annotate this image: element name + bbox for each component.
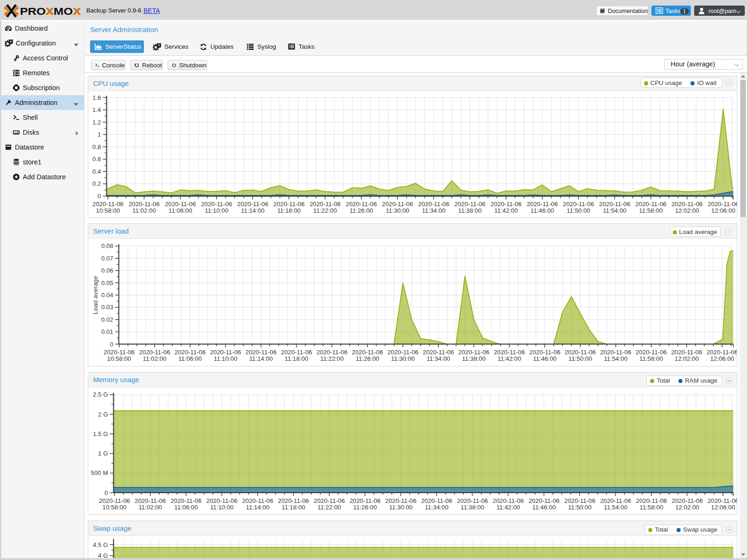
svg-text:1: 1 — [98, 131, 101, 138]
svg-text:2020-11-06: 2020-11-06 — [456, 497, 488, 504]
svg-text:0.8: 0.8 — [92, 143, 101, 150]
svg-text:12:02:00: 12:02:00 — [675, 355, 699, 362]
svg-text:2020-11-06: 2020-11-06 — [527, 200, 558, 207]
svg-text:2020-11-06: 2020-11-06 — [494, 348, 525, 355]
svg-text:2020-11-06: 2020-11-06 — [490, 200, 521, 207]
svg-text:11:34:00: 11:34:00 — [426, 355, 450, 362]
svg-text:2020-11-06: 2020-11-06 — [708, 200, 737, 207]
svg-text:2020-11-06: 2020-11-06 — [351, 348, 383, 355]
svg-text:500 M: 500 M — [91, 469, 108, 476]
svg-text:11:38:00: 11:38:00 — [462, 355, 486, 362]
svg-text:4 G: 4 G — [98, 552, 108, 558]
svg-text:2020-11-06: 2020-11-06 — [599, 200, 630, 207]
svg-text:11:34:00: 11:34:00 — [425, 503, 449, 510]
svg-text:2020-11-06: 2020-11-06 — [529, 348, 560, 355]
svg-text:2020-11-06: 2020-11-06 — [564, 497, 595, 504]
svg-text:2020-11-06: 2020-11-06 — [671, 200, 702, 207]
svg-text:2020-11-06: 2020-11-06 — [458, 348, 489, 355]
svg-text:11:50:00: 11:50:00 — [568, 503, 592, 510]
svg-text:0.03: 0.03 — [101, 304, 113, 311]
svg-text:X: X — [46, 6, 54, 17]
svg-text:2020-11-06: 2020-11-06 — [671, 497, 702, 504]
svg-text:2020-11-06: 2020-11-06 — [206, 497, 237, 504]
svg-text:2020-11-06: 2020-11-06 — [103, 348, 134, 355]
svg-text:2020-11-06: 2020-11-06 — [528, 497, 559, 504]
svg-text:11:30:00: 11:30:00 — [391, 355, 415, 362]
svg-text:11:42:00: 11:42:00 — [497, 355, 521, 362]
svg-text:2020-11-06: 2020-11-06 — [309, 200, 340, 207]
svg-text:1.2: 1.2 — [92, 118, 101, 125]
svg-text:2020-11-06: 2020-11-06 — [387, 348, 418, 355]
svg-text:11:58:00: 11:58:00 — [639, 503, 663, 510]
svg-text:2020-11-06: 2020-11-06 — [280, 348, 312, 355]
svg-text:11:02:00: 11:02:00 — [132, 207, 156, 214]
svg-text:2020-11-06: 2020-11-06 — [600, 497, 631, 504]
svg-text:11:50:00: 11:50:00 — [568, 355, 592, 362]
svg-text:1.6: 1.6 — [92, 94, 101, 101]
svg-text:2020-11-06: 2020-11-06 — [349, 497, 380, 504]
svg-text:11:06:00: 11:06:00 — [169, 207, 192, 214]
svg-text:12:06:00: 12:06:00 — [711, 207, 735, 214]
svg-text:2020-11-06: 2020-11-06 — [245, 348, 276, 355]
svg-text:10:58:00: 10:58:00 — [102, 503, 126, 510]
svg-text:0.2: 0.2 — [92, 180, 101, 187]
svg-text:11:46:00: 11:46:00 — [530, 207, 554, 214]
svg-text:0: 0 — [98, 192, 101, 199]
svg-text:2020-11-06: 2020-11-06 — [382, 200, 413, 207]
svg-text:12:02:00: 12:02:00 — [675, 503, 699, 510]
svg-text:11:22:00: 11:22:00 — [317, 503, 341, 510]
svg-text:2 G: 2 G — [98, 410, 108, 417]
svg-text:2020-11-06: 2020-11-06 — [493, 497, 524, 504]
svg-text:2020-11-06: 2020-11-06 — [671, 348, 702, 355]
svg-text:11:10:00: 11:10:00 — [214, 355, 237, 362]
svg-text:2020-11-06: 2020-11-06 — [201, 200, 232, 207]
svg-text:11:06:00: 11:06:00 — [174, 503, 198, 510]
svg-text:1.5 G: 1.5 G — [92, 430, 108, 437]
svg-text:11:18:00: 11:18:00 — [277, 207, 300, 214]
svg-text:11:58:00: 11:58:00 — [639, 355, 663, 362]
svg-text:11:22:00: 11:22:00 — [313, 207, 337, 214]
svg-text:2020-11-06: 2020-11-06 — [345, 200, 377, 207]
svg-text:2020-11-06: 2020-11-06 — [174, 348, 205, 355]
svg-text:2020-11-06: 2020-11-06 — [98, 497, 130, 504]
svg-text:2020-11-06: 2020-11-06 — [454, 200, 485, 207]
svg-text:2020-11-06: 2020-11-06 — [313, 497, 345, 504]
svg-text:11:50:00: 11:50:00 — [566, 207, 590, 214]
svg-text:10:58:00: 10:58:00 — [96, 207, 120, 214]
svg-text:0.08: 0.08 — [101, 242, 113, 249]
svg-text:0.05: 0.05 — [101, 279, 113, 286]
svg-text:2.5 G: 2.5 G — [92, 391, 108, 398]
svg-text:11:34:00: 11:34:00 — [422, 207, 445, 214]
svg-text:11:18:00: 11:18:00 — [281, 503, 305, 510]
svg-text:Load average: Load average — [92, 276, 99, 314]
svg-text:12:06:00: 12:06:00 — [711, 503, 735, 510]
svg-text:2020-11-06: 2020-11-06 — [210, 348, 241, 355]
svg-text:11:46:00: 11:46:00 — [533, 355, 556, 362]
svg-text:2020-11-06: 2020-11-06 — [423, 348, 454, 355]
svg-text:2020-11-06: 2020-11-06 — [565, 348, 596, 355]
svg-text:11:54:00: 11:54:00 — [604, 503, 627, 510]
svg-text:0.4: 0.4 — [92, 168, 101, 175]
svg-text:2020-11-06: 2020-11-06 — [278, 497, 309, 504]
svg-text:2020-11-06: 2020-11-06 — [563, 200, 594, 207]
svg-text:11:26:00: 11:26:00 — [349, 207, 373, 214]
svg-text:2020-11-06: 2020-11-06 — [164, 200, 195, 207]
svg-text:11:10:00: 11:10:00 — [210, 503, 234, 510]
svg-text:2020-11-06: 2020-11-06 — [706, 348, 736, 355]
svg-text:0: 0 — [104, 489, 108, 496]
svg-text:11:10:00: 11:10:00 — [205, 207, 228, 214]
svg-text:11:02:00: 11:02:00 — [138, 503, 162, 510]
svg-text:11:26:00: 11:26:00 — [355, 355, 379, 362]
svg-text:2020-11-06: 2020-11-06 — [139, 348, 170, 355]
svg-text:11:30:00: 11:30:00 — [389, 503, 412, 510]
svg-text:2020-11-06: 2020-11-06 — [170, 497, 202, 504]
svg-text:11:18:00: 11:18:00 — [285, 355, 308, 362]
svg-text:11:38:00: 11:38:00 — [458, 207, 481, 214]
svg-text:0.02: 0.02 — [101, 316, 113, 323]
svg-text:2020-11-06: 2020-11-06 — [421, 497, 452, 504]
svg-text:11:46:00: 11:46:00 — [532, 503, 556, 510]
svg-text:0.6: 0.6 — [92, 156, 101, 163]
svg-text:10:58:00: 10:58:00 — [107, 355, 131, 362]
svg-text:2020-11-06: 2020-11-06 — [707, 497, 736, 504]
svg-text:11:02:00: 11:02:00 — [143, 355, 166, 362]
